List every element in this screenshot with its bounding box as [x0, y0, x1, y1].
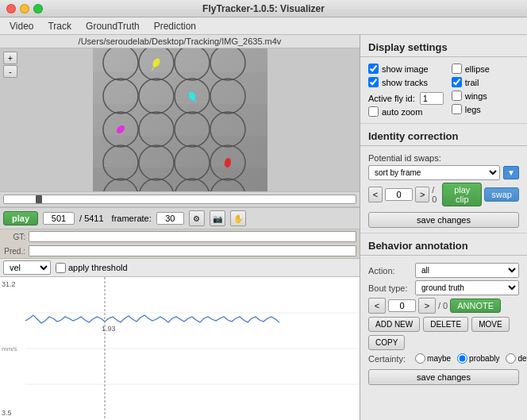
menu-video[interactable]: Video [3, 19, 40, 33]
framerate-input[interactable] [156, 212, 184, 225]
zoom-out-button[interactable]: - [3, 65, 17, 78]
probably-radio-label[interactable]: probably [457, 353, 499, 364]
legs-checkbox[interactable] [452, 104, 462, 114]
id-prev-btn[interactable]: < [368, 187, 383, 202]
maybe-radio-label[interactable]: maybe [415, 353, 451, 364]
auto-zoom-row[interactable]: auto zoom [368, 106, 444, 117]
id-save-changes-btn[interactable]: save changes [368, 212, 519, 228]
threshold-checkbox-label: apply threshold [56, 263, 128, 273]
action-select[interactable]: all walk stop groom [415, 263, 519, 278]
ellipse-row[interactable]: ellipse [452, 64, 490, 74]
threshold-checkbox[interactable] [56, 263, 66, 273]
trail-row[interactable]: trail [452, 77, 490, 87]
y-axis-labels: 31.2 mm/s 3.5 [0, 277, 25, 420]
play-button[interactable]: play [3, 211, 38, 225]
sort-dropdown-btn[interactable]: ▼ [503, 166, 519, 179]
close-button[interactable] [6, 4, 16, 13]
left-panel: /Users/seroudelab/Desktop/Tracking/IMG_2… [0, 35, 360, 420]
pred-row: Pred.: [0, 244, 360, 258]
delete-btn[interactable]: DELETE [423, 317, 468, 332]
playback-controls [0, 191, 360, 207]
svg-text:1.93: 1.93 [102, 325, 116, 333]
right-checkboxes: ellipse trail wings legs [452, 62, 490, 118]
sort-select[interactable]: sort by frame sort by time sort by score [368, 165, 500, 180]
show-image-row[interactable]: show image [368, 64, 444, 74]
menu-groundtruth[interactable]: GroundTruth [79, 19, 146, 33]
sort-row: sort by frame sort by time sort by score… [368, 165, 519, 180]
behavior-annotation-section: Behavior annotation Action: all walk sto… [360, 233, 527, 390]
window-controls [6, 4, 43, 13]
probably-radio[interactable] [457, 353, 467, 364]
hand-icon-btn[interactable]: ✋ [230, 210, 246, 226]
y-min-label: 3.5 [2, 409, 24, 417]
display-checkboxes: show image show tracks Active fly id: [368, 62, 519, 118]
add-new-btn[interactable]: ADD NEW [368, 317, 420, 332]
action-buttons-row: ADD NEW DELETE MOVE COPY [368, 317, 519, 350]
id-current-input[interactable] [385, 188, 413, 201]
screenshot-icon-btn[interactable]: 📷 [210, 210, 225, 226]
pred-label: Pred.: [3, 247, 25, 256]
show-image-checkbox[interactable] [368, 64, 379, 74]
seek-bar[interactable] [3, 195, 356, 204]
swap-btn[interactable]: swap [484, 187, 519, 202]
window-title: FlyTracker-1.0.5: Visualizer [202, 3, 325, 14]
definitely-radio-label[interactable]: definitely [506, 353, 527, 364]
metric-select[interactable]: vel dist angle [3, 260, 51, 275]
right-panel: Display settings show image show tracks [360, 35, 527, 420]
play-clip-btn[interactable]: play clip [442, 183, 482, 206]
menu-track[interactable]: Track [41, 19, 78, 33]
maybe-radio[interactable] [415, 353, 425, 364]
move-btn[interactable]: MOVE [471, 317, 509, 332]
annotate-btn[interactable]: ANNOTE [450, 299, 501, 313]
show-image-label: show image [382, 64, 429, 74]
id-next-btn[interactable]: > [415, 187, 429, 202]
chart-toolbar: vel dist angle apply threshold [0, 258, 360, 276]
frame-input[interactable] [43, 212, 75, 225]
main-layout: /Users/seroudelab/Desktop/Tracking/IMG_2… [0, 35, 527, 420]
zoom-in-button[interactable]: + [3, 52, 17, 64]
id-nav-row: < > / 0 play clip swap [368, 183, 519, 206]
behavior-prev-btn[interactable]: < [368, 298, 386, 314]
maximize-button[interactable] [33, 4, 43, 13]
behavior-save-changes-btn[interactable]: save changes [368, 369, 519, 385]
menu-bar: Video Track GroundTruth Prediction [0, 17, 527, 35]
frame-controls: play / 5411 framerate: ⚙ 📷 ✋ [0, 207, 360, 229]
active-fly-input[interactable] [420, 92, 444, 105]
menu-prediction[interactable]: Prediction [148, 19, 202, 33]
legs-row[interactable]: legs [452, 104, 490, 114]
video-svg [93, 48, 267, 191]
video-path: /Users/seroudelab/Desktop/Tracking/IMG_2… [0, 35, 360, 48]
legs-label: legs [465, 105, 481, 114]
wings-row[interactable]: wings [452, 91, 490, 101]
action-row: Action: all walk stop groom [368, 263, 519, 278]
trail-checkbox[interactable] [452, 77, 462, 87]
behavior-total-label: / 0 [438, 301, 448, 310]
show-tracks-checkbox[interactable] [368, 77, 379, 87]
auto-zoom-checkbox[interactable] [368, 106, 379, 117]
copy-btn[interactable]: COPY [368, 335, 405, 350]
display-settings-content: show image show tracks Active fly id: [360, 57, 527, 124]
wings-label: wings [465, 91, 487, 101]
behavior-next-btn[interactable]: > [418, 298, 436, 314]
id-total-label: / 0 [432, 185, 440, 204]
bout-type-select[interactable]: ground truth prediction [415, 280, 519, 295]
ellipse-checkbox[interactable] [452, 64, 462, 74]
pred-bar [29, 245, 356, 256]
show-tracks-row[interactable]: show tracks [368, 77, 444, 87]
bout-type-label: Bout type: [368, 283, 412, 293]
y-max-label: 31.2 [2, 280, 24, 288]
settings-icon-btn[interactable]: ⚙ [189, 210, 205, 226]
active-fly-label: Active fly id: [368, 94, 415, 103]
certainty-row: Certainty: maybe probably definitely [368, 353, 519, 364]
bout-type-row: Bout type: ground truth prediction [368, 280, 519, 295]
wings-checkbox[interactable] [452, 91, 462, 101]
behavior-current-input[interactable] [388, 299, 416, 312]
probably-label: probably [469, 354, 499, 363]
definitely-radio[interactable] [506, 353, 516, 364]
minimize-button[interactable] [20, 4, 29, 13]
certainty-label: Certainty: [368, 354, 406, 364]
trail-label: trail [465, 78, 479, 87]
gt-label: GT: [3, 233, 25, 241]
svg-rect-3 [93, 72, 267, 104]
left-checkboxes: show image show tracks Active fly id: [368, 62, 444, 118]
